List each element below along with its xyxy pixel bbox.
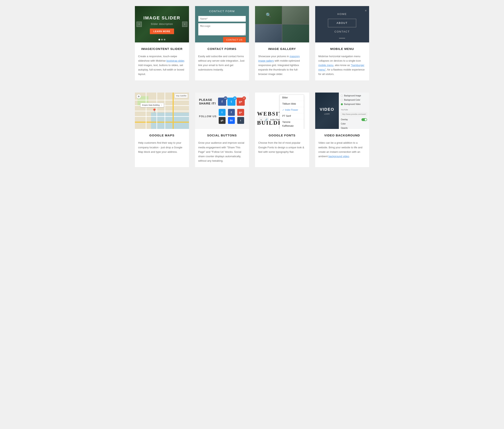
video-options-panel: Background Image Background Color Backgr… <box>339 93 369 129</box>
slider-preview: ‹ IMAGE SLIDER Slider description LEARN … <box>135 6 189 42</box>
googleplus-follow-button[interactable]: g+ <box>237 109 244 116</box>
font-option-bitter[interactable]: Bitter <box>280 95 304 101</box>
slider-arrow-left[interactable]: ‹ <box>137 22 142 27</box>
facebook-badge: 102 <box>224 96 227 100</box>
bg-color-label: Background Color <box>344 98 360 102</box>
twitter-follow-button[interactable]: t <box>219 109 226 116</box>
opacity-label: Opacity <box>341 126 348 129</box>
font-option-titillium[interactable]: Titillium Web <box>280 101 304 107</box>
fonts-preview: Bitter Titillium Web Indie Flower PT Ser… <box>255 93 309 129</box>
gallery-preview-container: 🔍 <box>255 6 309 42</box>
bootstrap-slider-link[interactable]: bootstrap slider <box>166 59 184 62</box>
slider-learn-more-button[interactable]: LEARN MORE <box>150 28 174 34</box>
map-info-label: Empire State Building <box>142 104 160 107</box>
bg-image-label: Background Image <box>344 94 361 97</box>
card-mobile-menu-text: Mobirise horizontal navigation menu coll… <box>318 54 366 76</box>
video-option-bg-image[interactable]: Background Image <box>341 94 367 97</box>
card-mobile-menu: × HOME ABOUT CONTACT MOBILE MENU Mobiris… <box>315 6 369 80</box>
overlay-toggle[interactable] <box>361 118 367 121</box>
row2-grid: 📍 Empire State Building × ⊕ Map Satellit… <box>135 93 369 167</box>
slider-description: Slider description <box>143 22 180 26</box>
card-image-slider-body: IMAGE/CONTENT SLIDER Create a responsive… <box>135 42 189 80</box>
gallery-item-2[interactable] <box>282 6 309 24</box>
card-video-background: VIDEO LDER Background Image Background C… <box>315 93 369 167</box>
font-option-indie[interactable]: Indie Flower <box>280 107 304 113</box>
slider-dot-1[interactable] <box>158 39 160 40</box>
share-row: PLEASESHARE IT! f 102 t 19 g+ <box>199 98 245 106</box>
menu-item-about[interactable]: ABOUT <box>328 19 356 27</box>
video-option-bg-video[interactable]: Background Video <box>341 103 367 106</box>
card-contact-title: CONTACT FORMS <box>198 46 246 51</box>
gallery-grid: 🔍 <box>255 6 309 42</box>
overlay-label: Overlay <box>341 118 348 121</box>
radio-bg-video[interactable] <box>341 103 343 105</box>
mobile-menu-link[interactable]: mobile menu <box>318 64 333 67</box>
contact-name-input[interactable] <box>198 16 246 22</box>
facebook-share-button[interactable]: f 102 <box>218 98 226 106</box>
mobile-text-1: Mobirise horizontal navigation menu coll… <box>318 55 361 62</box>
gallery-item-4[interactable] <box>282 25 309 42</box>
map-toolbar[interactable]: Map Satellite <box>175 94 188 98</box>
video-sub: LDER <box>324 113 330 115</box>
card-video-body: VIDEO BACKGROUND Video can be a great ad… <box>315 129 369 162</box>
card-fonts-body: GOOGLE FONTS Choose from the list of mos… <box>255 129 309 158</box>
follow-buttons-container: t f g+ gh Bē t <box>219 109 244 124</box>
map-major-road-v <box>173 93 174 129</box>
contact-form-preview: CONTACT FORM CONTACT US <box>195 6 249 42</box>
tumblr-follow-button[interactable]: t <box>237 117 244 124</box>
slider-dot-3[interactable] <box>164 39 165 40</box>
map-info-close-icon[interactable]: × <box>161 104 162 107</box>
background-video-link[interactable]: background video <box>328 155 349 158</box>
github-follow-button[interactable]: gh <box>219 117 226 124</box>
contact-message-input[interactable] <box>198 23 246 35</box>
row1-grid: ‹ IMAGE SLIDER Slider description LEARN … <box>135 6 369 80</box>
video-label: VIDEO <box>320 106 334 113</box>
video-preview-container: VIDEO LDER Background Image Background C… <box>315 93 369 129</box>
share-buttons: f 102 t 19 g+ 47 <box>218 98 245 106</box>
toggle-on-icon[interactable] <box>361 118 367 121</box>
menu-item-home[interactable]: HOME <box>328 10 356 18</box>
card-google-maps: 📍 Empire State Building × ⊕ Map Satellit… <box>135 93 189 167</box>
facebook-follow-button[interactable]: f <box>228 109 235 116</box>
follow-row-2: gh Bē t <box>219 117 244 124</box>
radio-bg-image[interactable] <box>341 95 343 97</box>
color-label: Color <box>341 122 346 125</box>
maps-preview-container: 📍 Empire State Building × ⊕ Map Satellit… <box>135 93 189 129</box>
twitter-share-button[interactable]: t 19 <box>227 98 235 106</box>
gallery-item-1[interactable]: 🔍 <box>255 6 282 24</box>
fonts-dropdown[interactable]: Bitter Titillium Web Indie Flower PT Ser… <box>280 95 304 129</box>
youtube-label: YouTube <box>341 108 367 111</box>
mobile-menu-close-icon[interactable]: × <box>365 8 367 13</box>
map-street-h1 <box>135 100 189 100</box>
bg-video-label: Background Video <box>344 103 361 106</box>
video-option-bg-color[interactable]: Background Color <box>341 98 367 102</box>
card-image-slider: ‹ IMAGE SLIDER Slider description LEARN … <box>135 6 189 80</box>
contact-form-title: CONTACT FORM <box>198 9 246 14</box>
map-container[interactable]: 📍 Empire State Building × ⊕ Map Satellit… <box>135 93 189 129</box>
card-contact-body: CONTACT FORMS Easily add subscribe and c… <box>195 42 249 76</box>
googleplus-share-button[interactable]: g+ 47 <box>237 98 245 106</box>
youtube-url-input[interactable] <box>341 112 367 116</box>
card-mobile-menu-body: MOBILE MENU Mobirise horizontal navigati… <box>315 42 369 80</box>
font-option-yanone[interactable]: Yanone Kaffeesatz <box>280 119 304 129</box>
card-contact-text: Easily add subscribe and contact forms w… <box>198 54 246 72</box>
mobile-menu-preview: × HOME ABOUT CONTACT <box>315 6 369 42</box>
card-gallery-text: Showcase your pictures in masonry image … <box>258 54 306 76</box>
radio-bg-color[interactable] <box>341 99 343 101</box>
map-street-h4 <box>135 116 189 117</box>
card-google-fonts: Bitter Titillium Web Indie Flower PT Ser… <box>255 93 309 167</box>
card-maps-title: GOOGLE MAPS <box>138 133 186 138</box>
slider-dots <box>158 39 165 40</box>
contact-submit-button[interactable]: CONTACT US <box>223 37 246 42</box>
card-image-slider-text: Create a responsive, touch-swipe slidesh… <box>138 54 186 76</box>
opacity-row: Opacity <box>341 126 367 129</box>
menu-item-contact[interactable]: CONTACT <box>328 28 356 36</box>
map-street-v3 <box>165 93 165 129</box>
map-street-v1 <box>146 93 146 129</box>
behance-follow-button[interactable]: Bē <box>228 117 235 124</box>
slider-arrow-right[interactable]: › <box>182 22 187 27</box>
slider-dot-2[interactable] <box>161 39 163 40</box>
video-preview: VIDEO LDER Background Image Background C… <box>315 93 369 129</box>
gallery-item-3[interactable] <box>255 25 282 42</box>
font-option-ptserif[interactable]: PT Serif <box>280 113 304 119</box>
